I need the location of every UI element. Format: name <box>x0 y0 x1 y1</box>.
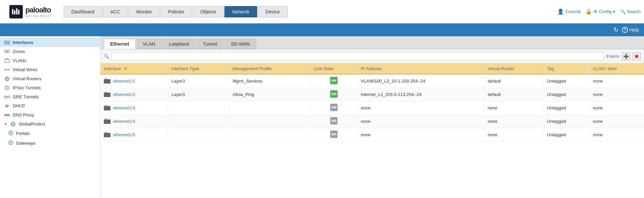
tab-device[interactable]: Device <box>258 6 288 17</box>
sidebar-item-portals[interactable]: Portals <box>0 129 100 138</box>
interface-link[interactable]: ethernet1/4 <box>113 119 135 124</box>
col-virtual-router[interactable]: Virtual Router <box>484 63 544 74</box>
col-mgmt-profile[interactable]: Management Profile <box>229 63 310 74</box>
col-interface[interactable]: Interface ▼ <box>100 63 168 74</box>
link-state-icon <box>330 77 338 84</box>
main-layout: Interfaces Zones VLANs <box>0 36 644 198</box>
tab-sdwan[interactable]: SD-WAN <box>224 39 256 49</box>
interface-icon <box>104 79 111 84</box>
cell-tag: Untagged <box>544 115 589 128</box>
sidebar-item-gateways[interactable]: Gateways <box>0 138 100 148</box>
sidebar-item-interfaces[interactable]: Interfaces <box>0 38 100 47</box>
svg-rect-1 <box>14 10 15 14</box>
svg-rect-6 <box>4 44 10 44</box>
interfaces-icon <box>4 40 10 45</box>
cell-ip: Internet_L3_203-0-113-254--24 <box>357 88 484 101</box>
config-button[interactable]: 🔒 ⚙ Config ▾ <box>585 8 615 15</box>
svg-rect-4 <box>4 41 10 42</box>
cell-tag: Untagged <box>544 88 589 101</box>
sidebar-item-vlans[interactable]: VLANs <box>0 56 100 65</box>
svg-rect-42 <box>334 107 336 108</box>
col-ip-address[interactable]: IP Address <box>357 63 484 74</box>
cell-type: Layer3 <box>168 74 229 88</box>
ipsec-icon <box>4 86 10 90</box>
svg-rect-41 <box>332 107 334 108</box>
interface-link[interactable]: ethernet1/5 <box>113 132 135 137</box>
tab-ethernet[interactable]: Ethernet <box>104 39 136 49</box>
add-button[interactable]: ➕ <box>622 52 630 60</box>
interface-link[interactable]: ethernet1/3 <box>113 105 135 110</box>
cell-vlan: none <box>589 128 644 142</box>
portals-icon <box>8 131 13 136</box>
refresh-button[interactable]: ↻ <box>614 26 619 34</box>
svg-rect-45 <box>334 120 336 121</box>
svg-point-13 <box>8 69 9 70</box>
help-button[interactable]: ? Help <box>622 27 639 33</box>
interface-table: Interface ▼ Interface Type Management Pr… <box>100 63 644 195</box>
tab-dashboard[interactable]: Dashboard <box>64 6 102 17</box>
col-interface-type[interactable]: Interface Type <box>168 63 229 74</box>
sidebar-item-gre[interactable]: GRE Tunnels <box>0 92 100 101</box>
sidebar-item-dhcp[interactable]: IP DHCP <box>0 101 100 110</box>
sidebar-item-virtual-routers[interactable]: Virtual Routers <box>0 74 100 83</box>
tab-tunnel[interactable]: Tunnel <box>197 39 223 49</box>
col-tag[interactable]: Tag <box>544 63 589 74</box>
cell-type <box>168 115 229 128</box>
sidebar-item-zones[interactable]: Zones <box>0 47 100 56</box>
table-row: ethernet1/5 none none Untagged none <box>100 128 644 142</box>
tab-monitor[interactable]: Monitor <box>129 6 160 17</box>
interface-link[interactable]: ethernet1/2 <box>113 92 135 97</box>
sidebar-item-ipsec[interactable]: IPSec Tunnels <box>0 83 100 92</box>
col-link-state[interactable]: Link State <box>310 63 357 74</box>
cell-link-state <box>310 128 357 142</box>
col-vlan-wire[interactable]: VLAN / Wire <box>589 63 644 74</box>
tab-acc[interactable]: ACC <box>103 6 128 17</box>
cell-interface: ethernet1/1 <box>100 74 168 88</box>
cell-vlan: none <box>589 115 644 128</box>
table-header-row: Interface ▼ Interface Type Management Pr… <box>100 63 644 74</box>
interface-icon <box>104 119 111 124</box>
nav-tabs: Dashboard ACC Monitor Policies Objects N… <box>64 6 557 17</box>
cell-ip: none <box>357 115 484 128</box>
cell-tag: Untagged <box>544 101 589 115</box>
tab-loopback[interactable]: Loopback <box>162 39 196 49</box>
tab-policies[interactable]: Policies <box>160 6 192 17</box>
cell-ip: none <box>357 101 484 115</box>
help-label: Help <box>629 27 639 33</box>
config-icon: 🔒 <box>585 8 592 15</box>
vlans-label: VLANs <box>13 58 26 63</box>
gateways-icon <box>8 140 13 146</box>
tab-network[interactable]: Network <box>224 6 257 17</box>
cell-vlan: none <box>589 74 644 88</box>
search-field-icon: 🔍 <box>104 54 109 59</box>
sidebar-item-dns[interactable]: DNS DNS Proxy <box>0 110 100 119</box>
link-state-icon <box>330 104 338 111</box>
interface-link[interactable]: ethernet1/1 <box>113 79 135 84</box>
cell-vrouter: none <box>484 115 544 128</box>
tab-objects[interactable]: Objects <box>193 6 224 17</box>
commit-button[interactable]: 👤 Commit <box>557 8 580 15</box>
zones-icon <box>4 49 10 54</box>
svg-point-22 <box>8 96 10 98</box>
table-row: ethernet1/4 none none Untagged none <box>100 115 644 128</box>
search-button[interactable]: 🔍 Search <box>620 9 641 14</box>
gateways-label: Gateways <box>16 141 35 146</box>
delete-button[interactable]: ✖ <box>633 52 641 60</box>
cell-mgmt: Mgmt_Services <box>229 74 310 88</box>
sidebar-item-globalprotect[interactable]: ▼ GlobalProtect <box>0 119 100 129</box>
commit-icon: 👤 <box>557 8 564 15</box>
search-input[interactable] <box>112 52 603 60</box>
link-state-icon <box>330 131 338 138</box>
virtual-routers-label: Virtual Routers <box>13 76 42 81</box>
tab-vlan[interactable]: VLAN <box>137 39 162 49</box>
sidebar-item-virtual-wires[interactable]: Virtual Wires <box>0 65 100 74</box>
virtual-routers-icon <box>4 77 10 81</box>
cell-interface: ethernet1/5 <box>100 128 168 142</box>
cell-vrouter: none <box>484 101 544 115</box>
sidebar: Interfaces Zones VLANs <box>0 36 100 198</box>
table-row: ethernet1/3 none none Untagged none <box>100 101 644 115</box>
commit-label: Commit <box>565 9 580 14</box>
logo-networks: NETWORKS® <box>25 14 51 18</box>
table-row: ethernet1/2 Layer3 Allow_Ping Internet_L… <box>100 88 644 101</box>
gre-label: GRE Tunnels <box>13 94 39 99</box>
